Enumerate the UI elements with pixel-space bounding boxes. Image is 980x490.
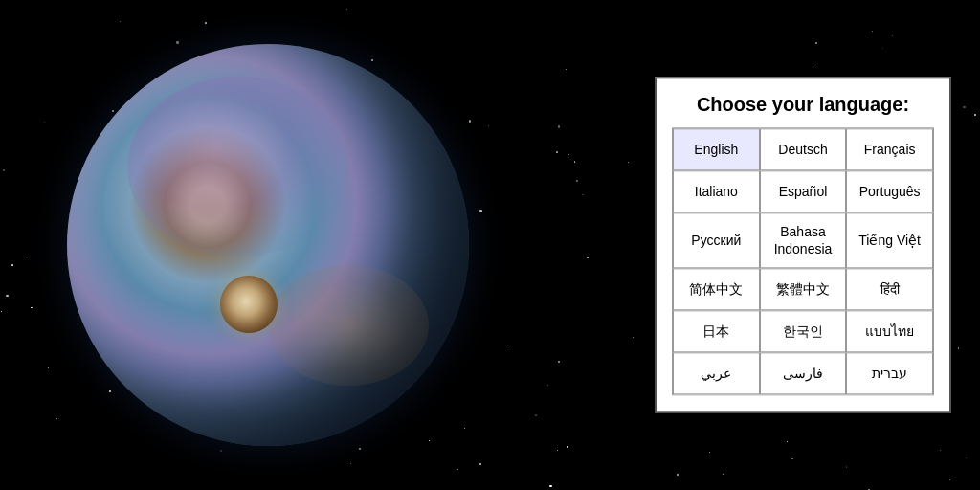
planet-eye-feature <box>220 276 278 333</box>
lang-btn-farsi[interactable]: فارسی <box>760 353 847 395</box>
lang-btn-korean[interactable]: 한국인 <box>760 311 847 353</box>
language-grid: EnglishDeutschFrançaisItalianoEspañolPor… <box>672 127 934 395</box>
lang-btn-arabic[interactable]: عربي <box>673 353 760 395</box>
lang-btn-simplified-chinese[interactable]: 简体中文 <box>673 269 760 311</box>
lang-btn-vietnamese[interactable]: Tiếng Việt <box>846 212 933 268</box>
planet-container <box>38 15 498 475</box>
language-panel: Choose your language: EnglishDeutschFran… <box>655 77 951 412</box>
lang-btn-thai[interactable]: แบบไทย <box>846 311 933 353</box>
lang-btn-italiano[interactable]: Italiano <box>673 170 760 212</box>
lang-btn-bahasa[interactable]: Bahasa Indonesia <box>760 212 847 268</box>
lang-btn-francais[interactable]: Français <box>846 128 933 170</box>
lang-btn-deutsch[interactable]: Deutsch <box>760 128 847 170</box>
lang-btn-portugues[interactable]: Português <box>846 170 933 212</box>
lang-btn-traditional-chinese[interactable]: 繁體中文 <box>760 269 847 311</box>
lang-btn-hebrew[interactable]: עברית <box>846 353 933 395</box>
lang-btn-espanol[interactable]: Español <box>760 170 847 212</box>
planet <box>67 44 469 446</box>
lang-btn-hindi[interactable]: हिंदी <box>846 269 933 311</box>
lang-btn-russian[interactable]: Русский <box>673 212 760 268</box>
panel-title: Choose your language: <box>672 94 934 116</box>
lang-btn-japanese[interactable]: 日本 <box>673 311 760 353</box>
lang-btn-english[interactable]: English <box>673 128 760 170</box>
